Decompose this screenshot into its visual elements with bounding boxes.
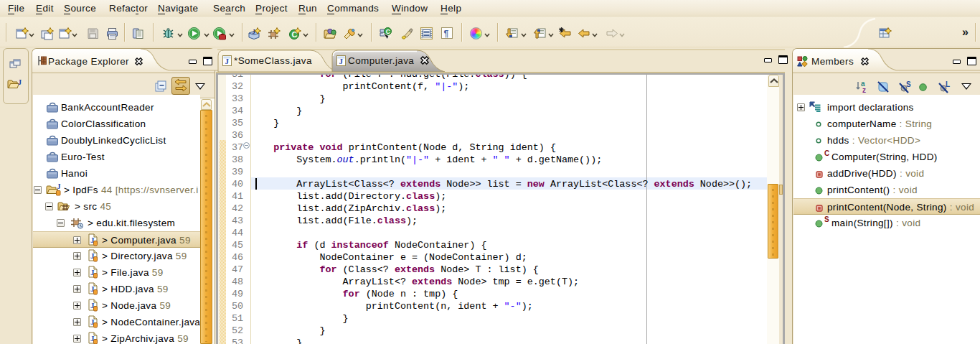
svg-text:J: J	[57, 183, 61, 190]
svg-text:z: z	[862, 86, 866, 93]
svg-text:S: S	[906, 80, 911, 88]
svg-text:¶: ¶	[444, 29, 449, 39]
svg-text:J: J	[339, 57, 344, 65]
svg-text:L: L	[946, 80, 950, 88]
svg-text:J: J	[225, 57, 230, 65]
svg-text:C: C	[386, 28, 390, 35]
svg-text:J: J	[18, 78, 22, 86]
